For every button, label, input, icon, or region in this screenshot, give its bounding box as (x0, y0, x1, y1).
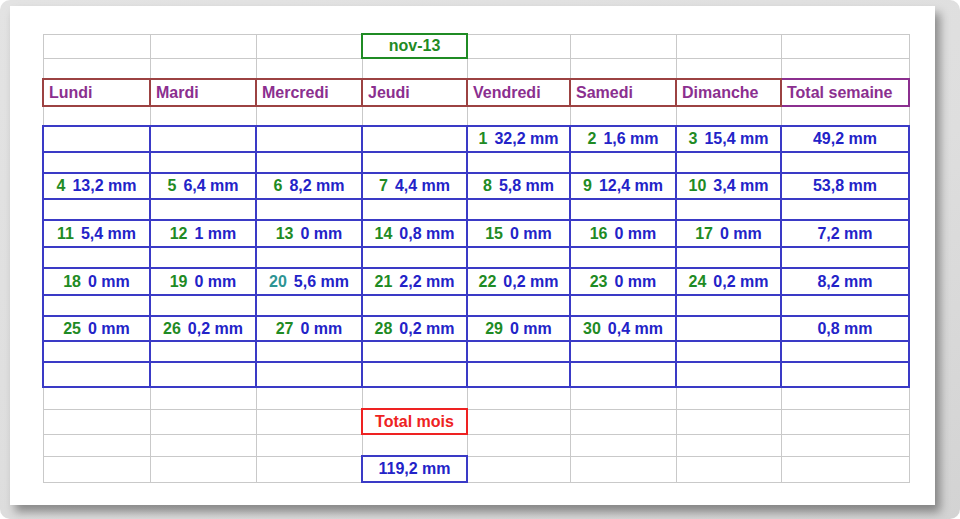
grid-cell[interactable] (781, 58, 909, 79)
grid-cell[interactable] (256, 456, 362, 482)
grid-cell[interactable] (150, 106, 256, 126)
blank-blue-cell[interactable] (570, 341, 676, 362)
blank-blue-cell[interactable] (467, 295, 570, 316)
day-cell[interactable]: 300,4 mm (570, 316, 676, 341)
grid-cell[interactable] (467, 409, 570, 434)
grid-cell[interactable] (43, 456, 150, 482)
grid-cell[interactable] (781, 456, 909, 482)
day-cell[interactable]: 190 mm (150, 268, 256, 295)
grid-cell[interactable] (150, 434, 256, 456)
day-cell[interactable]: 56,4 mm (150, 173, 256, 199)
day-cell[interactable] (43, 126, 150, 152)
grid-cell[interactable] (676, 409, 781, 434)
grid-cell[interactable] (467, 106, 570, 126)
blank-blue-cell[interactable] (570, 199, 676, 220)
grid-cell[interactable] (256, 409, 362, 434)
blank-blue-cell[interactable] (256, 341, 362, 362)
day-cell[interactable]: 270 mm (256, 316, 362, 341)
grid-cell[interactable] (467, 456, 570, 482)
blank-blue-cell[interactable] (256, 199, 362, 220)
day-cell[interactable]: 280,2 mm (362, 316, 467, 341)
grid-cell[interactable] (362, 387, 467, 409)
day-cell[interactable]: 315,4 mm (676, 126, 781, 152)
blank-blue-cell[interactable] (150, 199, 256, 220)
grid-cell[interactable] (467, 434, 570, 456)
header-cell-3[interactable]: Jeudi (362, 79, 467, 106)
grid-cell[interactable] (467, 58, 570, 79)
grid-cell[interactable] (362, 106, 467, 126)
blank-blue-cell[interactable] (781, 341, 909, 362)
day-cell[interactable]: 212,2 mm (362, 268, 467, 295)
day-cell[interactable]: 290 mm (467, 316, 570, 341)
header-cell-5[interactable]: Samedi (570, 79, 676, 106)
blank-blue-cell[interactable] (150, 295, 256, 316)
grid-cell[interactable] (676, 456, 781, 482)
day-cell[interactable]: 132,2 mm (467, 126, 570, 152)
grid-cell[interactable] (43, 58, 150, 79)
blank-blue-cell[interactable] (781, 199, 909, 220)
blank-blue-cell[interactable] (150, 362, 256, 387)
grid-cell[interactable] (150, 58, 256, 79)
grid-cell[interactable] (570, 456, 676, 482)
blank-blue-cell[interactable] (570, 362, 676, 387)
day-cell[interactable]: 150 mm (467, 220, 570, 247)
grid-cell[interactable] (362, 58, 467, 79)
header-cell-1[interactable]: Mardi (150, 79, 256, 106)
blank-blue-cell[interactable] (43, 199, 150, 220)
blank-blue-cell[interactable] (676, 295, 781, 316)
blank-blue-cell[interactable] (676, 152, 781, 173)
grid-cell[interactable] (362, 434, 467, 456)
grid-cell[interactable] (570, 434, 676, 456)
blank-blue-cell[interactable] (362, 247, 467, 268)
grid-cell[interactable] (150, 409, 256, 434)
day-cell[interactable]: 260,2 mm (150, 316, 256, 341)
grid-cell[interactable] (781, 34, 909, 58)
blank-blue-cell[interactable] (570, 295, 676, 316)
day-cell[interactable]: 115,4 mm (43, 220, 150, 247)
header-cell-6[interactable]: Dimanche (676, 79, 781, 106)
blank-blue-cell[interactable] (150, 152, 256, 173)
grid-cell[interactable] (570, 387, 676, 409)
blank-blue-cell[interactable] (362, 362, 467, 387)
day-cell[interactable]: 21,6 mm (570, 126, 676, 152)
blank-blue-cell[interactable] (467, 341, 570, 362)
day-cell[interactable]: 180 mm (43, 268, 150, 295)
day-cell[interactable]: 250 mm (43, 316, 150, 341)
blank-blue-cell[interactable] (43, 295, 150, 316)
blank-blue-cell[interactable] (676, 362, 781, 387)
blank-blue-cell[interactable] (43, 341, 150, 362)
grid-cell[interactable] (676, 106, 781, 126)
blank-blue-cell[interactable] (467, 247, 570, 268)
blank-blue-cell[interactable] (256, 295, 362, 316)
grid-cell[interactable] (256, 434, 362, 456)
header-cell-4[interactable]: Vendredi (467, 79, 570, 106)
blank-blue-cell[interactable] (43, 152, 150, 173)
blank-blue-cell[interactable] (781, 295, 909, 316)
week-total-cell[interactable]: 53,8 mm (781, 173, 909, 199)
blank-blue-cell[interactable] (150, 247, 256, 268)
week-total-cell[interactable]: 49,2 mm (781, 126, 909, 152)
grid-cell[interactable] (43, 434, 150, 456)
grid-cell[interactable] (570, 106, 676, 126)
blank-blue-cell[interactable] (570, 152, 676, 173)
grid-cell[interactable] (676, 58, 781, 79)
day-cell[interactable]: 140,8 mm (362, 220, 467, 247)
day-cell[interactable]: 413,2 mm (43, 173, 150, 199)
day-cell[interactable]: 160 mm (570, 220, 676, 247)
day-cell[interactable]: 130 mm (256, 220, 362, 247)
blank-blue-cell[interactable] (467, 362, 570, 387)
grid-cell[interactable] (256, 34, 362, 58)
grid-cell[interactable] (43, 409, 150, 434)
blank-blue-cell[interactable] (570, 247, 676, 268)
blank-blue-cell[interactable] (781, 152, 909, 173)
grid-cell[interactable] (150, 387, 256, 409)
day-cell[interactable]: 121 mm (150, 220, 256, 247)
week-total-cell[interactable]: 8,2 mm (781, 268, 909, 295)
day-cell[interactable]: 220,2 mm (467, 268, 570, 295)
day-cell[interactable]: 68,2 mm (256, 173, 362, 199)
header-cell-2[interactable]: Mercredi (256, 79, 362, 106)
week-total-cell[interactable]: 0,8 mm (781, 316, 909, 341)
week-total-cell[interactable]: 7,2 mm (781, 220, 909, 247)
grid-cell[interactable] (676, 434, 781, 456)
grid-cell[interactable] (676, 387, 781, 409)
